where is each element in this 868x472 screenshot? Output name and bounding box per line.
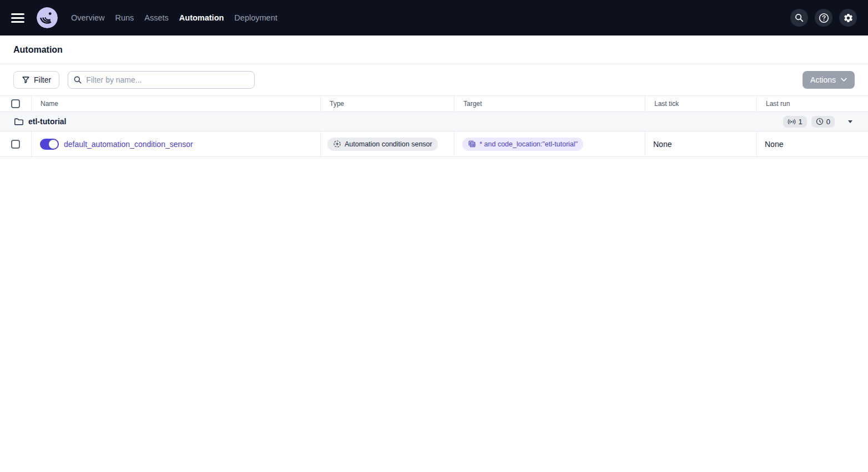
sensor-count-badge: 1 <box>783 116 807 128</box>
asset-table-icon <box>468 140 476 148</box>
toggle-knob <box>49 140 58 149</box>
folder-icon <box>14 117 23 126</box>
target-badge[interactable]: * and code_location:"etl-tutorial" <box>462 138 583 151</box>
sensor-icon <box>788 119 796 125</box>
column-header-name: Name <box>32 96 321 111</box>
automation-condition-icon <box>333 140 341 148</box>
last-run-cell: None <box>757 131 868 156</box>
top-navbar: Overview Runs Assets Automation Deployme… <box>0 0 868 35</box>
column-header-target: Target <box>455 96 645 111</box>
help-button[interactable] <box>815 9 832 27</box>
select-all-checkbox[interactable] <box>11 99 20 108</box>
name-cell: default_automation_condition_sensor <box>32 131 321 156</box>
target-badge-label: * and code_location:"etl-tutorial" <box>480 140 578 148</box>
sensor-count: 1 <box>799 118 803 126</box>
search-button[interactable] <box>790 9 808 27</box>
chevron-down-icon <box>841 78 847 82</box>
nav-item-overview[interactable]: Overview <box>71 13 104 22</box>
column-header-type: Type <box>321 96 455 111</box>
target-cell: * and code_location:"etl-tutorial" <box>455 131 645 156</box>
filter-button-label: Filter <box>34 75 51 84</box>
nav-item-runs[interactable]: Runs <box>115 13 134 22</box>
dagster-logo[interactable] <box>37 7 58 28</box>
group-name: etl-tutorial <box>28 117 66 126</box>
funnel-icon <box>22 76 30 84</box>
nav-item-assets[interactable]: Assets <box>144 13 169 22</box>
type-cell: Automation condition sensor <box>321 131 455 156</box>
table-row: default_automation_condition_sensor Auto… <box>0 131 868 157</box>
nav-item-deployment[interactable]: Deployment <box>234 13 277 22</box>
column-header-last-run: Last run <box>757 96 868 111</box>
actions-button[interactable]: Actions <box>803 71 855 89</box>
gear-icon <box>843 13 854 23</box>
search-icon <box>73 75 82 84</box>
group-expand-button[interactable] <box>846 117 855 126</box>
sensor-name-link[interactable]: default_automation_condition_sensor <box>64 140 193 149</box>
sensor-enabled-toggle[interactable] <box>40 139 59 150</box>
page-title: Automation <box>13 45 63 55</box>
last-tick-cell: None <box>645 131 757 156</box>
nav-item-automation[interactable]: Automation <box>179 13 224 22</box>
column-header-last-tick: Last tick <box>645 96 757 111</box>
schedule-count-badge: 0 <box>811 116 835 128</box>
help-icon <box>819 13 829 23</box>
type-badge-label: Automation condition sensor <box>345 140 432 148</box>
search-icon <box>794 13 804 23</box>
header-checkbox-cell <box>0 96 32 111</box>
name-filter-wrap <box>68 71 255 89</box>
type-badge: Automation condition sensor <box>327 138 438 151</box>
page-header: Automation <box>0 35 868 64</box>
clock-icon <box>816 118 824 125</box>
hamburger-menu-icon[interactable] <box>11 10 27 26</box>
row-checkbox[interactable] <box>11 140 20 149</box>
automation-table: Name Type Target Last tick Last run etl-… <box>0 95 868 157</box>
filter-button[interactable]: Filter <box>13 71 59 89</box>
schedule-count: 0 <box>826 118 830 126</box>
primary-nav: Overview Runs Assets Automation Deployme… <box>71 13 277 22</box>
code-location-group-row: etl-tutorial 1 0 <box>0 112 868 131</box>
toolbar: Filter Actions <box>0 64 868 95</box>
settings-button[interactable] <box>839 9 857 27</box>
actions-button-label: Actions <box>810 75 836 84</box>
table-header-row: Name Type Target Last tick Last run <box>0 95 868 112</box>
row-checkbox-cell <box>0 131 32 156</box>
filter-by-name-input[interactable] <box>68 71 255 89</box>
caret-down-icon <box>848 120 852 123</box>
